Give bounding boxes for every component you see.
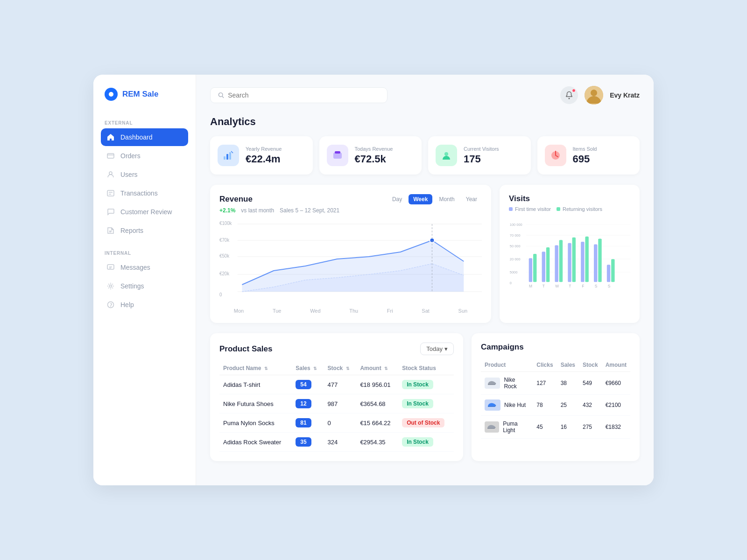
svg-text:M: M (529, 284, 532, 288)
table-row: Nike Futura Shoes 12 987 €3654.68 In Sto… (219, 394, 454, 413)
sidebar-label-transactions: Transactions (120, 189, 158, 197)
home-icon (106, 133, 115, 141)
svg-rect-41 (533, 254, 536, 282)
campaigns-title: Campaigns (481, 343, 630, 352)
today-filter-button[interactable]: Today ▾ (420, 343, 454, 355)
svg-text:T: T (543, 284, 545, 288)
yearly-revenue-value: €22.4m (246, 153, 305, 165)
camp-product-image (485, 378, 500, 389)
header-right: Evy Kratz (560, 86, 640, 105)
amount-cell: €18 956.01 (356, 375, 398, 394)
todays-revenue-info: Todays Revenue €72.5k (355, 146, 415, 165)
svg-text:20 000: 20 000 (510, 257, 521, 261)
stock-cell: 477 (324, 375, 357, 394)
search-input[interactable] (228, 91, 380, 99)
sales-cell: 12 (292, 394, 324, 413)
table-row: Adidas T-shirt 54 477 €18 956.01 In Stoc… (219, 375, 454, 394)
camp-product-cell: Nike Rock (481, 372, 533, 395)
messages-icon (106, 263, 115, 272)
revenue-x-labels: Mon Tue Wed Thu Fri Sat Sun (219, 308, 482, 314)
table-row: Nike Hut 78 25 432 €2100 (481, 395, 630, 416)
search-bar[interactable] (210, 87, 388, 103)
sidebar-item-transactions[interactable]: Transactions (101, 184, 188, 202)
tab-week[interactable]: Week (409, 194, 432, 204)
svg-text:€100k: €100k (219, 221, 232, 226)
sidebar-item-customer-review[interactable]: Customer Review (101, 203, 188, 221)
stat-card-yearly-revenue: Yearly Revenue €22.4m (210, 136, 313, 175)
svg-text:T: T (569, 284, 571, 288)
status-badge: Out of Stock (402, 418, 444, 427)
x-label-sat: Sat (422, 308, 430, 314)
user-name: Evy Kratz (610, 91, 640, 99)
dropdown-arrow-icon: ▾ (444, 345, 448, 352)
status-cell: In Stock (398, 433, 454, 452)
avatar (585, 86, 603, 105)
tab-month[interactable]: Month (434, 194, 459, 204)
yearly-revenue-icon (218, 145, 239, 166)
sidebar-item-help[interactable]: Help (101, 296, 188, 314)
camp-product-image (485, 399, 500, 411)
x-label-thu: Thu (349, 308, 358, 314)
product-sales-header: Product Sales Today ▾ (219, 343, 454, 355)
settings-icon (106, 282, 115, 290)
revenue-growth: +2.1% (219, 207, 235, 214)
orders-icon (106, 152, 115, 160)
visits-chart-card: Visits First time visitor Returning visi… (500, 185, 640, 323)
camp-product-cell: Puma Light (481, 416, 533, 439)
camp-product-info: Puma Light (485, 420, 529, 434)
svg-text:100 000: 100 000 (510, 223, 522, 227)
svg-rect-12 (229, 152, 231, 160)
sidebar-item-messages[interactable]: Messages (101, 259, 188, 276)
revenue-chart-header: Revenue Day Week Month Year (219, 194, 482, 204)
camp-product-info: Nike Hut (485, 399, 529, 411)
amount-cell: €3654.68 (356, 394, 398, 413)
sidebar-label-reports: Reports (120, 227, 143, 234)
current-visitors-info: Current Visitors 175 (464, 146, 523, 165)
svg-rect-10 (224, 156, 226, 160)
svg-point-4 (110, 285, 112, 287)
x-label-tue: Tue (273, 308, 282, 314)
legend-dot-returning (557, 207, 560, 211)
sidebar-label-help: Help (120, 301, 134, 308)
campaigns-table: Product Clicks Sales Stock Amount Nike R… (481, 358, 630, 439)
camp-sales-cell: 16 (557, 416, 579, 439)
col-sales: Sales ⇅ (292, 362, 324, 375)
sidebar-item-users[interactable]: Users (101, 166, 188, 183)
sidebar-item-orders[interactable]: Orders (101, 147, 188, 165)
camp-stock-cell: 549 (579, 372, 602, 395)
sidebar-item-dashboard[interactable]: Dashboard (101, 128, 188, 146)
svg-rect-46 (568, 243, 571, 282)
legend-first-time: First time visitor (509, 206, 551, 212)
svg-rect-11 (226, 154, 228, 160)
product-sales-card: Product Sales Today ▾ Product Name ⇅ Sal… (210, 333, 463, 461)
sidebar-item-reports[interactable]: Reports (101, 222, 188, 239)
table-row: Nike Rock 127 38 549 €9660 (481, 372, 630, 395)
stat-card-current-visitors: Current Visitors 175 (428, 136, 531, 175)
stat-card-todays-revenue: Todays Revenue €72.5k (319, 136, 422, 175)
stat-card-items-sold: Items Sold 695 (537, 136, 640, 175)
tab-day[interactable]: Day (388, 194, 407, 204)
camp-stock-cell: 275 (579, 416, 602, 439)
visits-chart-title: Visits (509, 194, 530, 203)
tab-year[interactable]: Year (461, 194, 482, 204)
current-visitors-label: Current Visitors (464, 146, 523, 152)
notification-button[interactable] (560, 86, 578, 104)
svg-text:50 000: 50 000 (510, 244, 521, 248)
camp-product-name: Nike Rock (504, 377, 529, 390)
camp-amount-cell: €2100 (602, 395, 630, 416)
svg-rect-42 (542, 252, 545, 282)
status-badge: In Stock (402, 437, 433, 447)
status-cell: In Stock (398, 375, 454, 394)
status-badge: In Stock (402, 380, 433, 389)
stock-cell: 987 (324, 394, 357, 413)
table-row: Adidas Rock Sweater 35 324 €2954.35 In S… (219, 433, 454, 452)
visits-svg-chart: 100 000 70 000 50 000 20 000 5000 0 (509, 217, 630, 291)
visits-legend: First time visitor Returning visitors (509, 206, 630, 212)
sidebar-item-settings[interactable]: Settings (101, 277, 188, 295)
items-sold-value: 695 (573, 153, 633, 165)
camp-amount-cell: €1832 (602, 416, 630, 439)
reports-icon (106, 226, 115, 235)
yearly-revenue-info: Yearly Revenue €22.4m (246, 146, 305, 165)
sidebar-label-settings: Settings (120, 282, 144, 290)
sales-cell: 35 (292, 433, 324, 452)
